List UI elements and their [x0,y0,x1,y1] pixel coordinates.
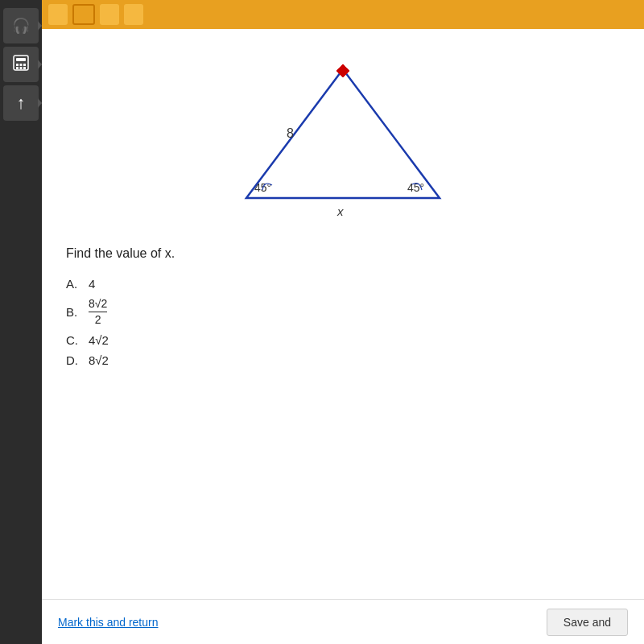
triangle-svg: 8 45° 45° x [206,53,480,222]
answer-label-c: C. [66,333,82,347]
triangle-diagram: 8 45° 45° x [66,45,620,222]
svg-rect-2 [16,64,19,66]
topbar-btn-3[interactable] [100,4,119,25]
answer-label-d: D. [66,353,82,367]
svg-text:x: x [336,204,344,218]
question-text: Find the value of x. [66,246,620,261]
answer-row-c: C. 4√2 [66,333,620,347]
svg-rect-6 [20,67,23,69]
top-bar [42,0,644,29]
bottom-bar: Mark this and return Save and [42,599,644,644]
answer-value-d: 8√2 [89,353,109,367]
topbar-btn-4[interactable] [124,4,143,25]
answer-label-b: B. [66,305,82,319]
answer-row-d: D. 8√2 [66,353,620,367]
answer-value-a: 4 [89,277,95,291]
mark-return-link[interactable]: Mark this and return [58,616,159,629]
sidebar-item-calculator[interactable]: ​ [3,47,39,82]
svg-rect-7 [23,67,26,69]
answer-value-b: 8√2 2 [89,297,107,327]
svg-rect-1 [16,58,26,61]
svg-rect-4 [23,64,26,66]
sidebar-item-up[interactable]: ↑ [3,85,39,121]
fraction-b: 8√2 2 [89,297,107,327]
answer-options: A. 4 B. 8√2 2 C. 4√2 D. [66,277,620,367]
answer-row-a: A. 4 [66,277,620,291]
svg-marker-8 [246,69,440,198]
sidebar-item-headphones[interactable]: 🎧 [3,8,39,43]
topbar-btn-2[interactable] [72,4,95,25]
svg-rect-3 [20,64,23,66]
answer-row-b: B. 8√2 2 [66,297,620,327]
fraction-numerator-b: 8√2 [89,297,107,312]
fraction-denominator-b: 2 [95,312,101,327]
topbar-btn-1[interactable] [48,4,68,25]
save-button[interactable]: Save and [547,609,628,636]
answer-value-c: 4√2 [89,333,109,347]
calculator-icon: ​ [12,54,30,76]
answer-label-a: A. [66,277,82,291]
headphones-icon: 🎧 [12,17,30,35]
sidebar: 🎧 ​ ↑ [0,0,42,644]
svg-rect-5 [16,67,19,69]
question-area: 8 45° 45° x Find the value of x. A. 4 [42,29,644,599]
up-arrow-icon: ↑ [17,93,26,114]
svg-text:8: 8 [287,126,294,140]
main-content: 8 45° 45° x Find the value of x. A. 4 [42,0,644,644]
